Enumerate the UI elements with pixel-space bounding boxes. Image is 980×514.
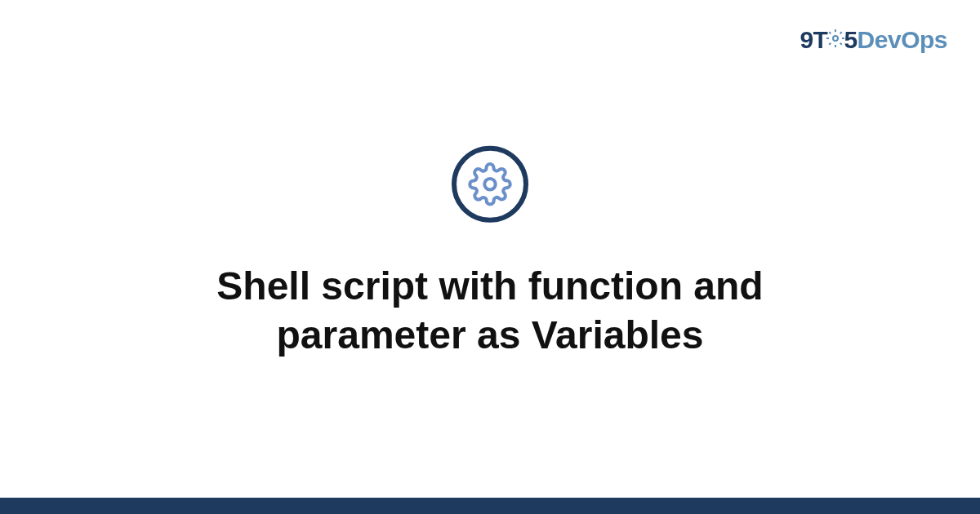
- main-content: Shell script with function and parameter…: [0, 146, 980, 360]
- site-logo: 9T 5DevOps: [800, 26, 947, 55]
- gear-icon: [826, 26, 845, 54]
- footer-bar: [0, 498, 980, 514]
- logo-middle: 5: [844, 26, 857, 53]
- page-title: Shell script with function and parameter…: [122, 262, 858, 360]
- gear-icon: [468, 162, 512, 206]
- logo-suffix: DevOps: [858, 26, 947, 53]
- logo-prefix: 9T: [800, 26, 827, 53]
- svg-point-0: [833, 36, 838, 41]
- gear-icon-circle: [452, 146, 528, 223]
